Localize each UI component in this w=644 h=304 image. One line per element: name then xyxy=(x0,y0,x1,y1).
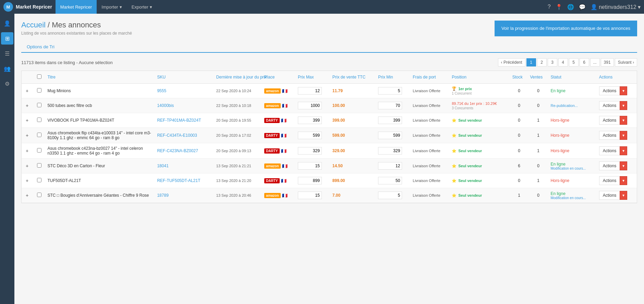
import-progression-button[interactable]: Voir la progression de l'importation aut… xyxy=(495,21,637,36)
row-checkbox[interactable] xyxy=(37,148,41,153)
prix-min-input[interactable] xyxy=(378,132,402,139)
prix-max-input[interactable] xyxy=(298,117,322,124)
select-all-checkbox[interactable] xyxy=(37,74,41,79)
prix-min-input[interactable] xyxy=(378,162,402,170)
expand-button[interactable]: + xyxy=(24,148,31,154)
prix-min-input[interactable] xyxy=(378,177,402,184)
stock-value: 0 xyxy=(518,103,520,108)
row-checkbox[interactable] xyxy=(37,118,41,122)
location-icon[interactable]: 📍 xyxy=(556,4,562,10)
globe-icon[interactable]: 🌐 xyxy=(567,4,574,10)
prix-max-input[interactable] xyxy=(298,192,322,199)
actions-dropdown-button[interactable]: ▾ xyxy=(620,161,627,170)
place-logo: amazon🇫🇷 xyxy=(264,103,294,108)
statut-cell: Hors-ligne xyxy=(548,143,597,159)
actions-main-button[interactable]: Actions xyxy=(599,86,620,95)
actions-main-button[interactable]: Actions xyxy=(599,176,620,185)
actions-dropdown-button[interactable]: ▾ xyxy=(620,191,627,200)
actions-main-button[interactable]: Actions xyxy=(599,131,620,140)
prix-min-input[interactable] xyxy=(378,117,402,124)
prix-max-input[interactable] xyxy=(298,177,322,184)
prix-min-input[interactable] xyxy=(378,87,402,95)
checkbox-cell xyxy=(35,113,45,128)
row-checkbox[interactable] xyxy=(37,193,41,197)
pagination-page-1[interactable]: 1 xyxy=(526,58,536,66)
actions-dropdown-button[interactable]: ▾ xyxy=(620,86,627,95)
actions-button-group: Actions ▾ xyxy=(599,191,635,200)
pagination-page-6[interactable]: 6 xyxy=(580,58,589,66)
prix-max-input[interactable] xyxy=(298,102,322,109)
user-icon[interactable]: 👤 netinvaders312 ▾ xyxy=(591,4,641,10)
row-checkbox[interactable] xyxy=(37,163,41,168)
expand-button[interactable]: + xyxy=(24,133,31,138)
expand-cell: + xyxy=(22,84,35,98)
row-checkbox[interactable] xyxy=(37,103,41,107)
expand-button[interactable]: + xyxy=(24,178,31,183)
nav-market-repricer[interactable]: Market Repricer xyxy=(56,0,97,14)
prix-max-cell xyxy=(296,173,330,188)
actions-dropdown-button[interactable]: ▾ xyxy=(620,146,627,155)
expand-button[interactable]: + xyxy=(24,88,31,94)
title-cell: STC □ Bougies d'Anniversaire Géantes - C… xyxy=(45,188,155,203)
chat-icon[interactable]: 💬 xyxy=(579,4,586,10)
sidebar-item-profile[interactable]: 👤 xyxy=(1,17,13,29)
prix-max-input[interactable] xyxy=(298,87,322,95)
ventes-cell: 0 xyxy=(528,188,549,203)
expand-button[interactable]: + xyxy=(24,193,31,198)
sku-cell: REF-TP401MA-BZ024T xyxy=(155,113,214,128)
table-header-row: Titre SKU Dernière mise à jour du prix P… xyxy=(22,71,637,84)
breadcrumb-home[interactable]: Accueil xyxy=(21,21,46,29)
sidebar-item-list[interactable]: ☰ xyxy=(1,47,13,60)
nav-importer[interactable]: Importer ▾ xyxy=(97,0,126,14)
actions-main-button[interactable]: Actions xyxy=(599,116,620,125)
sidebar-item-users[interactable]: 👥 xyxy=(1,62,13,75)
pagination-page-4[interactable]: 4 xyxy=(558,58,568,66)
place-logo: DARTY🇫🇷 xyxy=(264,178,294,183)
ventes-value: 0 xyxy=(537,163,539,168)
prix-max-input[interactable] xyxy=(298,132,322,139)
position-cell: ⭐Seul vendeur xyxy=(450,173,510,188)
actions-main-button[interactable]: Actions xyxy=(599,161,620,170)
expand-button[interactable]: + xyxy=(24,163,31,169)
actions-main-button[interactable]: Actions xyxy=(599,191,620,200)
pagination-prev[interactable]: ‹ Précédent xyxy=(498,58,525,66)
price-diff: 89.71€ du 1er prix : 10.29€ xyxy=(452,101,508,106)
expand-button[interactable]: + xyxy=(24,118,31,123)
pagination-page-2[interactable]: 2 xyxy=(537,58,547,66)
pagination-page-3[interactable]: 3 xyxy=(548,58,557,66)
row-checkbox[interactable] xyxy=(37,178,41,182)
prix-max-input[interactable] xyxy=(298,162,322,170)
expand-button[interactable]: + xyxy=(24,103,31,108)
prix-max-input[interactable] xyxy=(298,147,322,155)
star-icon: ⭐ xyxy=(452,133,457,138)
row-checkbox[interactable] xyxy=(37,133,41,137)
sidebar-item-settings[interactable]: ⚙ xyxy=(1,77,13,90)
actions-main-button[interactable]: Actions xyxy=(599,101,620,110)
position-cell: ⭐Seul vendeur xyxy=(450,113,510,128)
pagination-page-5[interactable]: 5 xyxy=(569,58,579,66)
frais-cell: Livraison Offerte xyxy=(411,113,450,128)
prix-min-input[interactable] xyxy=(378,192,402,199)
first-price: 🏆1er prix xyxy=(452,86,508,91)
checkbox-cell xyxy=(35,84,45,98)
pagination-next[interactable]: Suivant › xyxy=(615,58,637,66)
row-checkbox[interactable] xyxy=(37,88,41,93)
actions-dropdown-button[interactable]: ▾ xyxy=(620,116,627,125)
nav-exporter[interactable]: Exporter ▾ xyxy=(127,0,157,14)
actions-cell: Actions ▾ xyxy=(597,113,637,128)
prix-min-input[interactable] xyxy=(378,147,402,155)
actions-main-button[interactable]: Actions xyxy=(599,146,620,155)
tab-options-tri[interactable]: Options de Tri xyxy=(21,41,60,53)
prix-min-input[interactable] xyxy=(378,102,402,109)
sidebar-item-grid[interactable]: ⊞ xyxy=(1,32,13,45)
pagination-page-391[interactable]: 391 xyxy=(601,58,614,66)
prix-vente-value: 329.00 xyxy=(332,148,345,153)
concurrents: 3 Concurrents xyxy=(452,106,508,110)
prix-max-cell xyxy=(296,128,330,143)
actions-dropdown-button[interactable]: ▾ xyxy=(620,176,627,185)
help-icon[interactable]: ? xyxy=(548,4,551,10)
listings-table-container: Titre SKU Dernière mise à jour du prix P… xyxy=(21,71,637,203)
breadcrumb: Accueil / Mes annonces xyxy=(21,21,132,29)
actions-dropdown-button[interactable]: ▾ xyxy=(620,101,627,110)
actions-dropdown-button[interactable]: ▾ xyxy=(620,131,627,140)
